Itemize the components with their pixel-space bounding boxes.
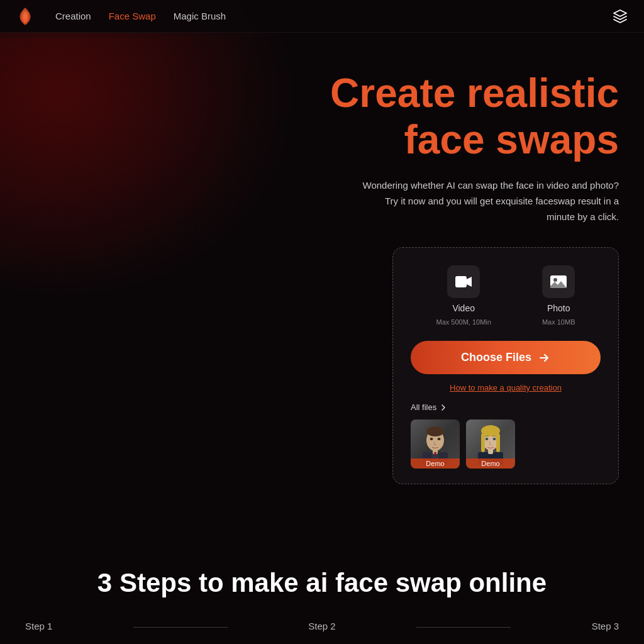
step-divider-1 xyxy=(133,627,228,628)
step-label-2: Step 2 xyxy=(308,621,335,631)
svg-rect-15 xyxy=(496,433,500,452)
video-limit: Max 500M, 10Min xyxy=(436,318,491,326)
upload-card: Video Max 500M, 10Min Photo Max 10MB Cho… xyxy=(392,247,619,484)
choose-files-label: Choose Files xyxy=(461,351,531,364)
main-content: Create realistic face swaps Wondering wh… xyxy=(0,33,644,484)
step-item-2: Step 2 xyxy=(308,621,335,631)
nav-links: Creation Face Swap Magic Brush xyxy=(55,11,226,21)
arrow-right-icon xyxy=(538,352,550,364)
hero-title: Create realistic face swaps xyxy=(330,70,619,163)
svg-point-9 xyxy=(438,438,441,440)
video-icon-box xyxy=(447,265,480,298)
svg-point-16 xyxy=(486,438,489,440)
all-files-label: All files xyxy=(411,402,436,412)
bottom-section: 3 Steps to make ai face swap online Step… xyxy=(0,543,644,644)
svg-point-8 xyxy=(430,438,433,440)
video-option[interactable]: Video Max 500M, 10Min xyxy=(436,265,491,326)
steps-row: Step 1 Step 2 Step 3 xyxy=(25,621,619,631)
video-label: Video xyxy=(452,303,475,313)
svg-rect-14 xyxy=(481,433,485,452)
step-label-3: Step 3 xyxy=(592,621,619,631)
demo-thumb-2[interactable]: Demo xyxy=(466,419,515,469)
photo-label: Photo xyxy=(547,303,570,313)
video-icon xyxy=(454,272,473,291)
demo-thumbnails: Demo xyxy=(411,419,601,469)
photo-icon-box xyxy=(542,265,575,298)
demo-badge-2: Demo xyxy=(466,458,515,469)
media-options: Video Max 500M, 10Min Photo Max 10MB xyxy=(411,265,601,326)
choose-files-button[interactable]: Choose Files xyxy=(411,341,601,374)
hero-subtitle: Wondering whether AI can swap the face i… xyxy=(355,178,619,225)
navbar: Creation Face Swap Magic Brush xyxy=(0,0,644,33)
step-divider-2 xyxy=(416,627,511,628)
svg-point-2 xyxy=(553,278,557,282)
layers-icon[interactable] xyxy=(611,8,629,25)
steps-title: 3 Steps to make ai face swap online xyxy=(25,568,619,598)
nav-magic-brush[interactable]: Magic Brush xyxy=(174,11,226,21)
photo-icon xyxy=(549,272,568,291)
quality-link[interactable]: How to make a quality creation xyxy=(411,383,601,392)
svg-point-17 xyxy=(493,438,496,440)
step-label-1: Step 1 xyxy=(25,621,52,631)
step-item-3: Step 3 xyxy=(592,621,619,631)
nav-face-swap[interactable]: Face Swap xyxy=(109,11,156,21)
photo-limit: Max 10MB xyxy=(542,318,575,326)
demo-badge-1: Demo xyxy=(411,458,460,469)
logo[interactable] xyxy=(15,6,35,26)
step-item-1: Step 1 xyxy=(25,621,52,631)
photo-option[interactable]: Photo Max 10MB xyxy=(542,265,575,326)
nav-right xyxy=(611,8,629,25)
all-files-link[interactable]: All files xyxy=(411,402,601,412)
svg-rect-0 xyxy=(455,276,467,287)
svg-point-7 xyxy=(426,426,444,436)
nav-creation[interactable]: Creation xyxy=(55,11,91,21)
chevron-right-icon xyxy=(439,403,448,412)
demo-thumb-1[interactable]: Demo xyxy=(411,419,460,469)
